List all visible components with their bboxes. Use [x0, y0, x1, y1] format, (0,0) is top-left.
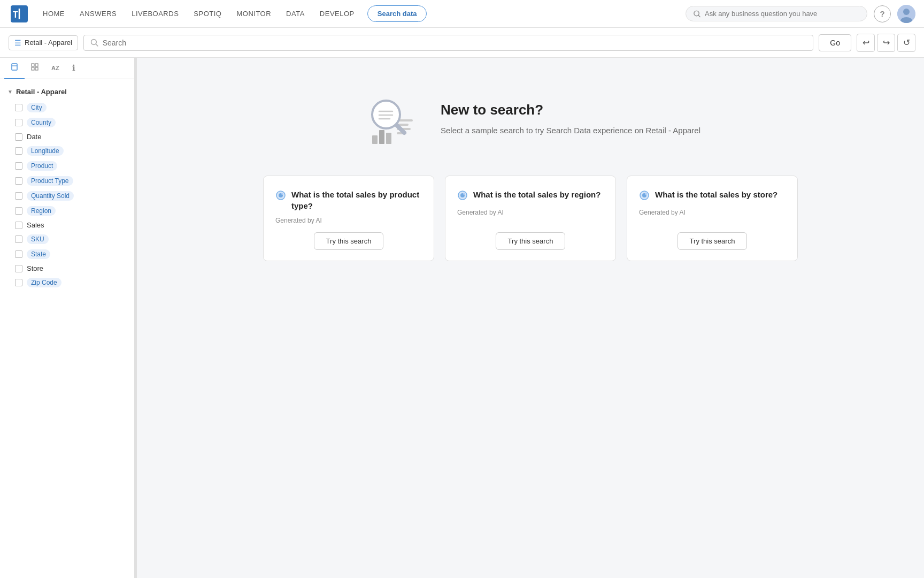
try-search-button[interactable]: Try this search — [496, 232, 566, 250]
svg-point-6 — [903, 9, 910, 15]
ai-search-input[interactable] — [705, 10, 859, 18]
field-checkbox[interactable] — [15, 192, 22, 200]
field-label: Store — [27, 264, 43, 272]
card-question: What is the total sales by region? — [473, 189, 600, 200]
card-question-row: What is the total sales by region? — [457, 189, 604, 203]
ai-search-box[interactable] — [686, 6, 867, 21]
field-label: County — [27, 118, 56, 127]
main-search-input[interactable] — [103, 39, 807, 47]
ai-icon — [639, 190, 650, 203]
field-checkbox[interactable] — [15, 222, 22, 229]
field-checkbox[interactable] — [15, 279, 22, 286]
field-item[interactable]: Date — [0, 130, 134, 143]
grid-icon — [31, 63, 38, 71]
field-item[interactable]: Sales — [0, 218, 134, 232]
nav-answers[interactable]: ANSWERS — [73, 6, 123, 21]
search-row: ☰ Retail - Apparel Go ↩ ↪ ↺ — [0, 28, 924, 58]
field-checkbox[interactable] — [15, 250, 22, 258]
card-generated-by: Generated by AI — [639, 209, 786, 216]
undo-button[interactable]: ↩ — [857, 34, 875, 52]
nav-home[interactable]: HOME — [36, 6, 71, 21]
field-item[interactable]: Region — [0, 203, 134, 218]
field-item[interactable]: County — [0, 115, 134, 130]
svg-point-33 — [463, 193, 465, 195]
field-item[interactable]: Zip Code — [0, 275, 134, 290]
ai-icon — [457, 190, 468, 203]
try-search-button[interactable]: Try this search — [314, 232, 384, 250]
field-checkbox[interactable] — [15, 119, 22, 126]
field-item[interactable]: City — [0, 100, 134, 115]
svg-line-27 — [397, 125, 404, 133]
redo-button[interactable]: ↪ — [877, 34, 895, 52]
datasource-pill[interactable]: ☰ Retail - Apparel — [9, 35, 78, 50]
nav-monitor[interactable]: MONITOR — [230, 6, 278, 21]
field-label: Sales — [27, 221, 44, 229]
ai-icon — [275, 190, 286, 203]
nav-links: HOME ANSWERS LIVEBOARDS SPOTIQ MONITOR D… — [36, 5, 686, 22]
field-checkbox[interactable] — [15, 177, 22, 185]
card-generated-by: Generated by AI — [457, 209, 604, 216]
help-button[interactable]: ? — [874, 5, 891, 22]
search-input-wrap[interactable] — [83, 35, 813, 51]
field-label: Zip Code — [27, 278, 61, 287]
search-icon — [90, 39, 98, 47]
tab-bookmark[interactable] — [4, 58, 25, 79]
nav-spotiq[interactable]: SPOTIQ — [187, 6, 228, 21]
sidebar-tabs: AZ ℹ — [0, 58, 134, 79]
tab-grid[interactable] — [25, 58, 45, 79]
field-checkbox[interactable] — [15, 265, 22, 272]
card-generated-by: Generated by AI — [275, 217, 422, 224]
field-item[interactable]: Product — [0, 158, 134, 173]
sample-cards: What is the total sales by product type?… — [263, 176, 798, 261]
field-label: SKU — [27, 234, 49, 244]
field-label: Region — [27, 206, 56, 216]
search-data-button[interactable]: Search data — [367, 5, 427, 22]
sidebar-section-header[interactable]: ▼ Retail - Apparel — [0, 83, 134, 100]
search-icon — [694, 10, 700, 18]
hero-illustration — [360, 90, 419, 149]
try-search-button[interactable]: Try this search — [677, 232, 748, 250]
refresh-button[interactable]: ↺ — [897, 34, 915, 52]
field-item[interactable]: Quantity Sold — [0, 188, 134, 203]
tab-info[interactable]: ℹ — [66, 58, 82, 79]
field-item[interactable]: Product Type — [0, 173, 134, 188]
field-item[interactable]: Store — [0, 262, 134, 275]
nav-right: ? — [686, 5, 915, 23]
field-item[interactable]: Longitude — [0, 143, 134, 158]
svg-point-30 — [281, 193, 283, 195]
field-item[interactable]: SKU — [0, 232, 134, 247]
svg-rect-12 — [32, 64, 34, 66]
svg-rect-22 — [386, 133, 391, 144]
svg-point-36 — [645, 193, 647, 195]
field-item[interactable]: State — [0, 247, 134, 262]
card-question-row: What is the total sales by product type? — [275, 189, 422, 211]
svg-rect-10 — [12, 64, 17, 70]
field-label: Product Type — [27, 176, 73, 186]
field-label: Date — [27, 133, 41, 141]
logo[interactable]: T — [9, 3, 30, 25]
tab-sort[interactable]: AZ — [45, 58, 66, 79]
nav-data[interactable]: DATA — [280, 6, 311, 21]
field-checkbox[interactable] — [15, 147, 22, 155]
bookmark-icon — [11, 63, 18, 71]
hero-section: New to search? Select a sample search to… — [360, 90, 700, 149]
sidebar-content: ▼ Retail - Apparel CityCountyDateLongitu… — [0, 79, 134, 578]
field-list: CityCountyDateLongitudeProductProduct Ty… — [0, 100, 134, 290]
svg-rect-13 — [35, 64, 38, 66]
go-button[interactable]: Go — [819, 34, 851, 51]
svg-text:T: T — [13, 10, 18, 19]
field-checkbox[interactable] — [15, 133, 22, 141]
sidebar: AZ ℹ ▼ Retail - Apparel CityCountyDateLo… — [0, 58, 135, 578]
field-label: Product — [27, 161, 57, 171]
hero-subtitle: Select a sample search to try Search Dat… — [441, 125, 700, 137]
avatar[interactable] — [897, 5, 915, 23]
main-content: New to search? Select a sample search to… — [137, 58, 924, 578]
field-checkbox[interactable] — [15, 104, 22, 111]
nav-liveboards[interactable]: LIVEBOARDS — [125, 6, 185, 21]
field-checkbox[interactable] — [15, 207, 22, 215]
svg-line-4 — [698, 15, 700, 17]
nav-develop[interactable]: DEVELOP — [313, 6, 361, 21]
field-checkbox[interactable] — [15, 162, 22, 170]
datasource-label: Retail - Apparel — [25, 39, 72, 47]
field-checkbox[interactable] — [15, 235, 22, 243]
